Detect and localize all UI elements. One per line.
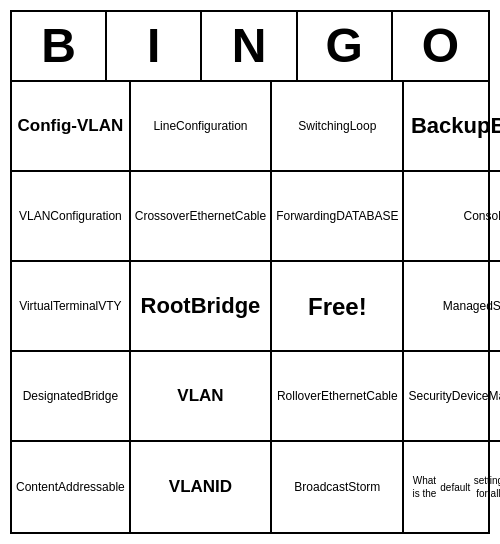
cell-line: Bridge: [490, 112, 500, 141]
cell-line: Configuration: [50, 209, 121, 225]
bingo-cell-15: DesignatedBridge: [12, 352, 131, 442]
bingo-cell-3: BackupBridge: [404, 82, 500, 172]
cell-line: Crossover: [135, 209, 190, 225]
cell-line: Cable: [366, 389, 397, 405]
cell-line: Console: [463, 209, 500, 225]
cell-line: Switching: [298, 119, 349, 135]
cell-line: Broadcast: [294, 480, 348, 496]
cell-line: Managed: [443, 299, 493, 315]
bingo-letter-n: N: [202, 12, 297, 81]
bingo-cell-8: Console: [404, 172, 500, 262]
cell-line: VTY: [98, 299, 121, 315]
cell-line: VLAN: [19, 209, 50, 225]
cell-line: Forwarding: [276, 209, 336, 225]
cell-line: Backup: [411, 112, 490, 141]
cell-line: VLAN: [177, 385, 223, 407]
bingo-cell-6: CrossoverEthernetCable: [131, 172, 272, 262]
bingo-cell-1: LineConfiguration: [131, 82, 272, 172]
cell-line: Content: [16, 480, 58, 496]
cell-line: Manager: [489, 389, 501, 405]
bingo-cell-5: VLANConfiguration: [12, 172, 131, 262]
cell-line: Bridge: [83, 389, 118, 405]
bingo-cell-18: SecurityDeviceManagerSDM: [404, 352, 500, 442]
cell-line: BASE: [366, 209, 398, 225]
cell-line: Loop: [350, 119, 377, 135]
bingo-cell-21: VLANID: [131, 442, 272, 532]
cell-line: Ethernet: [189, 209, 234, 225]
bingo-card: BINGO Config-VLANLineConfigurationSwitch…: [10, 10, 490, 535]
bingo-letter-o: O: [393, 12, 488, 81]
bingo-cell-23: What is thedefaultsetting for allports o…: [404, 442, 500, 532]
bingo-cell-17: RolloverEthernetCable: [272, 352, 404, 442]
bingo-letter-b: B: [12, 12, 107, 81]
cell-line: Cable: [235, 209, 266, 225]
bingo-cell-10: VirtualTerminalVTY: [12, 262, 131, 352]
cell-line: DATA: [336, 209, 366, 225]
bingo-cell-13: ManagedSwitch: [404, 262, 500, 352]
cell-line: Addressable: [58, 480, 125, 496]
bingo-cell-22: BroadcastStorm: [272, 442, 404, 532]
cell-line: What is the: [408, 474, 440, 500]
cell-line: setting for all: [470, 474, 500, 500]
bingo-header: BINGO: [12, 12, 488, 83]
cell-line: ID: [215, 476, 232, 498]
bingo-letter-g: G: [298, 12, 393, 81]
cell-line: Config-: [17, 115, 76, 137]
bingo-cell-20: ContentAddressable: [12, 442, 131, 532]
cell-line: Switch: [493, 299, 500, 315]
cell-line: Security: [408, 389, 451, 405]
bingo-cell-7: ForwardingDATABASE: [272, 172, 404, 262]
bingo-cell-16: VLAN: [131, 352, 272, 442]
bingo-cell-2: SwitchingLoop: [272, 82, 404, 172]
bingo-cell-11: RootBridge: [131, 262, 272, 352]
bingo-cell-12: Free!: [272, 262, 404, 352]
cell-line: Designated: [23, 389, 84, 405]
cell-line: Storm: [348, 480, 380, 496]
cell-line: VLAN: [77, 115, 123, 137]
cell-line: default: [440, 481, 470, 494]
cell-line: Device: [452, 389, 489, 405]
cell-line: Terminal: [53, 299, 98, 315]
cell-line: Rollover: [277, 389, 321, 405]
bingo-grid: Config-VLANLineConfigurationSwitchingLoo…: [12, 82, 488, 532]
cell-line: Line: [153, 119, 176, 135]
cell-line: Free!: [308, 291, 367, 322]
cell-line: Root: [141, 292, 191, 321]
cell-line: VLAN: [169, 476, 215, 498]
cell-line: Configuration: [176, 119, 247, 135]
cell-line: Bridge: [191, 292, 261, 321]
bingo-cell-0: Config-VLAN: [12, 82, 131, 172]
cell-line: Virtual: [19, 299, 53, 315]
cell-line: Ethernet: [321, 389, 366, 405]
bingo-letter-i: I: [107, 12, 202, 81]
